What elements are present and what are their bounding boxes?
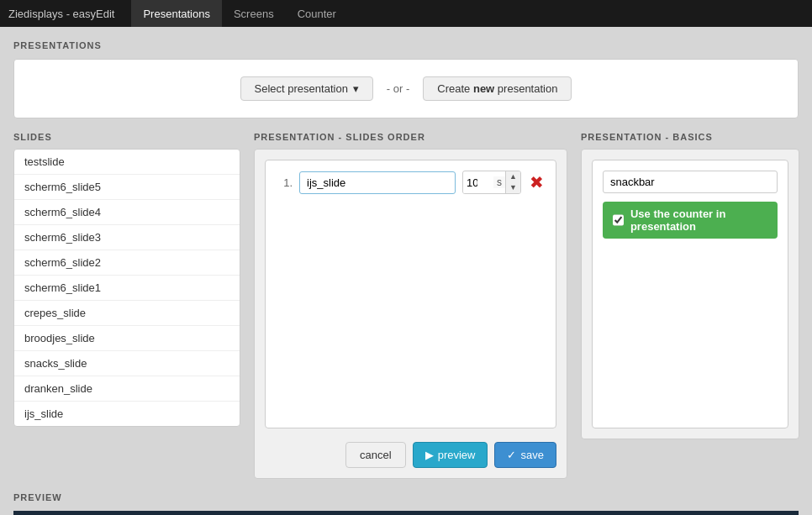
select-presentation-label: Select presentation xyxy=(255,82,348,95)
list-item[interactable]: scherm6_slide2 xyxy=(14,250,240,276)
slides-list: testslidescherm6_slide5scherm6_slide4sch… xyxy=(13,149,240,427)
nav-presentations[interactable]: Presentations xyxy=(131,0,222,27)
list-item[interactable]: scherm6_slide3 xyxy=(14,225,240,250)
cancel-button[interactable]: cancel xyxy=(345,442,406,468)
counter-checkbox[interactable] xyxy=(613,214,624,226)
list-item[interactable]: scherm6_slide1 xyxy=(14,276,240,301)
list-item[interactable]: snacks_slide xyxy=(14,351,240,376)
seconds-down-button[interactable]: ▼ xyxy=(506,182,520,193)
table-row: 1. s ▲ ▼ ✖ xyxy=(276,171,546,194)
list-item[interactable]: scherm6_slide4 xyxy=(14,200,240,225)
app-brand: Ziedisplays - easyEdit xyxy=(8,8,114,20)
preview-bar: SCHEPIJS SOFTIJS xyxy=(13,511,799,515)
seconds-label: s xyxy=(493,176,505,188)
counter-checkbox-row[interactable]: Use the counter in presentation xyxy=(603,202,778,239)
presentations-section-title: PRESENTATIONS xyxy=(13,40,799,50)
nav-counter[interactable]: Counter xyxy=(286,0,348,27)
preview-section-title: PREVIEW xyxy=(13,492,799,502)
list-item[interactable]: broodjes_slide xyxy=(14,326,240,351)
save-label: save xyxy=(520,449,543,461)
dropdown-arrow-icon: ▾ xyxy=(353,82,359,95)
presentations-bar: Select presentation ▾ - or - Create new … xyxy=(13,59,799,118)
preview-label: preview xyxy=(438,449,476,461)
list-item[interactable]: ijs_slide xyxy=(14,402,240,426)
check-icon: ✓ xyxy=(507,449,516,461)
preview-button[interactable]: ▶ preview xyxy=(413,442,488,468)
list-item[interactable]: dranken_slide xyxy=(14,376,240,402)
save-button[interactable]: ✓ save xyxy=(494,442,556,468)
remove-slide-button[interactable]: ✖ xyxy=(528,174,546,191)
nav-screens[interactable]: Screens xyxy=(222,0,286,27)
slides-order-section-title: PRESENTATION - SLIDES ORDER xyxy=(254,132,567,142)
slide-seconds-control: s ▲ ▼ xyxy=(462,171,521,194)
select-presentation-button[interactable]: Select presentation ▾ xyxy=(240,76,373,101)
presentation-name-input[interactable] xyxy=(603,171,778,193)
list-item[interactable]: scherm6_slide5 xyxy=(14,175,240,200)
slides-section-title: SLIDES xyxy=(13,132,240,142)
create-presentation-button[interactable]: Create new presentation xyxy=(423,76,572,101)
seconds-up-button[interactable]: ▲ xyxy=(506,171,520,182)
slide-order-number: 1. xyxy=(276,176,293,189)
basics-box: Use the counter in presentation xyxy=(592,160,788,428)
separator-text: - or - xyxy=(387,82,409,95)
list-item[interactable]: crepes_slide xyxy=(14,301,240,326)
top-nav: Ziedisplays - easyEdit Presentations Scr… xyxy=(0,0,812,27)
create-presentation-label: Create new presentation xyxy=(437,82,557,95)
slides-order-box: 1. s ▲ ▼ ✖ xyxy=(265,160,556,428)
play-icon: ▶ xyxy=(425,449,434,461)
slide-order-name-input[interactable] xyxy=(299,171,456,194)
list-item[interactable]: testslide xyxy=(14,150,240,175)
slide-seconds-input[interactable] xyxy=(463,172,493,193)
basics-section-title: PRESENTATION - BASICS xyxy=(581,132,799,142)
counter-label: Use the counter in presentation xyxy=(630,208,767,233)
